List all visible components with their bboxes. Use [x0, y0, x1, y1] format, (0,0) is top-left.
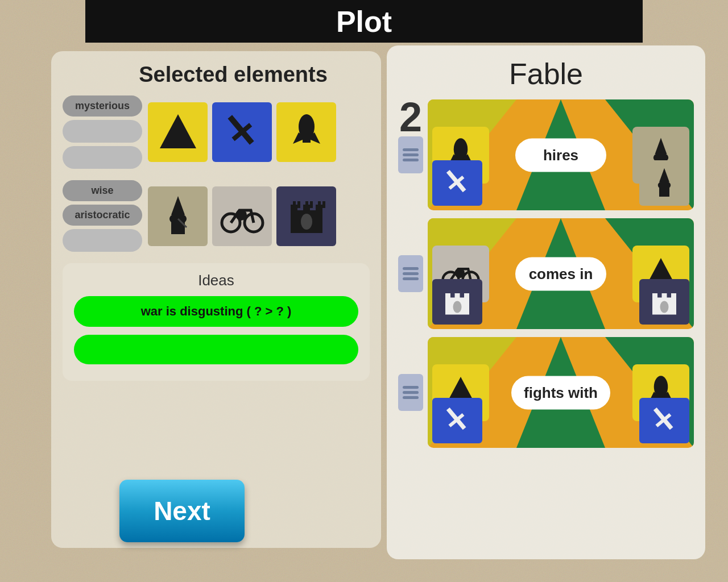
svg-rect-6 — [303, 137, 311, 143]
svg-rect-19 — [297, 201, 300, 208]
svg-marker-33 — [655, 138, 667, 154]
page-title: Plot — [336, 5, 392, 39]
left-panel: Selected elements mysterious — [51, 51, 381, 548]
verb-text-3: fights with — [511, 376, 610, 409]
verb-text-1: hires — [515, 138, 606, 172]
trait-mysterious: mysterious — [63, 95, 142, 117]
sword-icon-1 — [440, 166, 474, 200]
svg-rect-55 — [652, 293, 657, 301]
scene-3: fights with — [428, 337, 694, 448]
svg-point-24 — [301, 214, 312, 230]
svg-rect-23 — [322, 201, 325, 208]
story-card-3: fights with — [398, 337, 694, 448]
element-icons-row-2 — [148, 186, 336, 246]
story-card-1: hires — [398, 99, 694, 210]
svg-point-58 — [660, 301, 669, 313]
chat-line — [403, 159, 419, 161]
verb-text-2: comes in — [515, 257, 606, 290]
elements-row-1: mysterious — [63, 95, 370, 169]
header-bar: Plot — [85, 0, 643, 43]
svg-rect-22 — [318, 201, 321, 208]
chat-icon-2 — [398, 255, 423, 292]
svg-rect-21 — [310, 201, 313, 208]
sword-icon-4 — [647, 404, 681, 438]
svg-rect-18 — [293, 201, 296, 208]
story-number: 2 — [399, 94, 422, 140]
sword-icon-3 — [440, 404, 474, 438]
trait-spacer-1 — [63, 120, 142, 143]
svg-rect-50 — [445, 293, 450, 301]
svg-marker-0 — [160, 114, 196, 148]
svg-rect-40 — [659, 185, 669, 197]
selected-elements-title: Selected elements — [97, 63, 370, 87]
trait-wise: wise — [63, 180, 142, 201]
svg-rect-52 — [464, 293, 469, 301]
fable-title: Fable — [398, 57, 694, 91]
chat-icon-1 — [398, 136, 423, 173]
chat-icon-3 — [398, 374, 423, 411]
sword-svg — [220, 110, 265, 155]
scene3-bottom-left — [432, 398, 482, 443]
castle-icon-1 — [440, 285, 474, 319]
svg-marker-7 — [171, 196, 185, 215]
trait-spacer-2 — [63, 146, 142, 169]
scene-2: comes in — [428, 218, 694, 329]
element-wizard[interactable] — [148, 186, 208, 246]
wizard-icon-2 — [647, 166, 681, 200]
element-motorcycle[interactable] — [212, 186, 272, 246]
ideas-section: Ideas war is disgusting ( ? > ? ) — [63, 263, 370, 381]
element-sword[interactable] — [212, 102, 272, 162]
wizard-svg — [155, 193, 201, 239]
chat-line — [403, 148, 419, 151]
scene2-bottom-right — [639, 279, 689, 325]
element-rocket[interactable] — [276, 102, 336, 162]
svg-marker-38 — [659, 168, 669, 182]
verb-bubble-3: fights with — [511, 376, 610, 409]
scene3-bottom-right — [639, 398, 689, 443]
story-card-2: comes in — [398, 218, 694, 329]
scene1-bottom-left — [432, 160, 482, 206]
ideas-title: Ideas — [74, 272, 358, 289]
svg-point-13 — [235, 209, 247, 221]
scene-1: hires — [428, 99, 694, 210]
svg-point-53 — [453, 301, 462, 313]
next-button[interactable]: Next — [119, 480, 245, 542]
svg-rect-57 — [671, 293, 676, 301]
svg-rect-51 — [455, 293, 460, 301]
element-castle[interactable] — [276, 186, 336, 246]
svg-point-47 — [455, 268, 465, 278]
svg-rect-20 — [305, 201, 308, 208]
idea-button-1[interactable]: war is disgusting ( ? > ? ) — [74, 296, 358, 327]
chat-line — [403, 153, 419, 156]
scene1-bottom-right — [639, 160, 689, 206]
castle-icon-2 — [647, 285, 681, 319]
trait-spacer-3 — [63, 229, 142, 252]
svg-rect-56 — [662, 293, 667, 301]
svg-rect-9 — [171, 218, 185, 234]
trait-labels-1: mysterious — [63, 95, 142, 169]
verb-bubble-2: comes in — [515, 257, 606, 290]
trait-aristocratic: aristocratic — [63, 205, 142, 226]
element-icons-row-1 — [148, 102, 336, 162]
castle-svg — [284, 193, 329, 239]
elements-row-2: wise aristocratic — [63, 180, 370, 252]
right-panel: Fable 2 — [387, 45, 705, 559]
verb-bubble-1: hires — [515, 138, 606, 172]
element-mountain[interactable] — [148, 102, 208, 162]
scene2-bottom-left — [432, 279, 482, 325]
idea-button-2[interactable] — [74, 335, 358, 364]
rocket-svg — [284, 110, 329, 155]
moto-svg — [220, 193, 265, 239]
mountain-svg — [155, 110, 201, 155]
trait-labels-2: wise aristocratic — [63, 180, 142, 252]
